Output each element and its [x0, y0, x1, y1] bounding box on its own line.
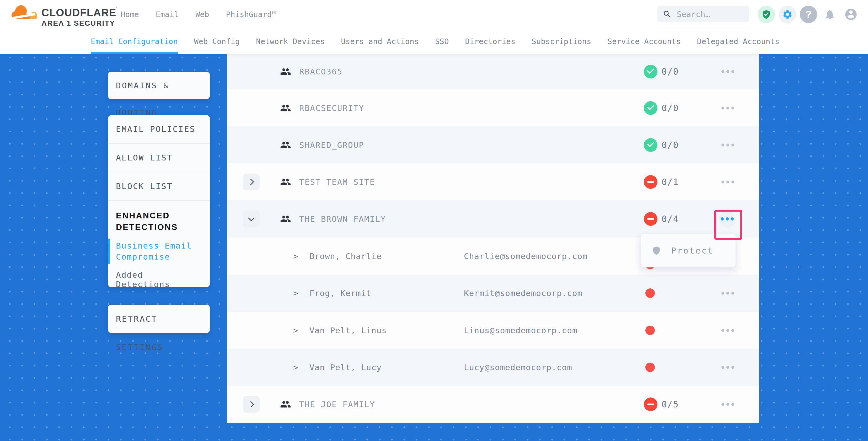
cloudflare-cloud-icon — [10, 3, 40, 22]
sidebar-card-domains-routing[interactable]: DOMAINS & ROUTING — [108, 72, 210, 99]
status-dot — [645, 288, 655, 298]
group-icon — [280, 177, 291, 187]
row-menu-button[interactable] — [721, 292, 734, 295]
search-icon — [663, 10, 672, 19]
settings-button[interactable] — [779, 6, 796, 23]
member-email: Charlie@somedemocorp.com — [464, 251, 588, 261]
member-name: Brown, Charlie — [309, 251, 381, 261]
member-chevron-icon[interactable]: > — [293, 289, 298, 298]
sidebar-item-retract-settings: RETRACT SETTINGS — [108, 305, 210, 361]
check-icon — [647, 67, 654, 74]
search-bar[interactable] — [657, 6, 749, 22]
search-input[interactable] — [676, 9, 738, 19]
nav-web[interactable]: Web — [195, 10, 209, 19]
tab-delegated-accounts[interactable]: Delegated Accounts — [697, 29, 779, 54]
member-email: Kermit@somedemocorp.com — [464, 288, 582, 298]
menu-item-protect[interactable]: Protect — [671, 246, 714, 256]
status-ok-badge — [644, 101, 657, 115]
sidebar-item-business-email-compromise[interactable]: Business Email Compromise — [116, 240, 194, 262]
tab-directories[interactable]: Directories — [465, 29, 515, 54]
logo-subtitle: AREA 1 SECURITY — [41, 19, 118, 28]
group-name: THE BROWN FAMILY — [299, 214, 386, 224]
tab-users-and-actions[interactable]: Users and Actions — [341, 29, 419, 54]
status-alert-badge — [644, 212, 657, 226]
member-chevron-icon[interactable]: > — [293, 251, 298, 261]
member-name: Frog, Kermit — [309, 288, 371, 298]
tab-network-devices[interactable]: Network Devices — [256, 29, 324, 54]
group-icon — [280, 399, 291, 410]
chevron-right-icon — [248, 179, 254, 185]
chevron-down-icon — [248, 215, 254, 221]
table-row-member: >Van Pelt, LinusLinus@somedemocorp.com — [227, 312, 759, 349]
chevron-right-icon — [248, 401, 254, 407]
nav-email[interactable]: Email — [156, 10, 179, 19]
row-menu-button[interactable] — [721, 180, 734, 183]
trademark-mark: ' — [117, 6, 118, 11]
member-chevron-icon[interactable]: > — [293, 363, 298, 372]
group-icon — [280, 102, 291, 114]
bell-icon — [824, 9, 835, 20]
tab-email-configuration[interactable]: Email Configuration — [91, 29, 178, 54]
table-row-member: >Frog, KermitKermit@somedemocorp.com — [227, 275, 759, 312]
group-icon — [280, 213, 291, 224]
shield-icon — [652, 245, 661, 256]
row-menu-button[interactable] — [721, 144, 734, 146]
minus-icon — [647, 181, 654, 183]
protected-count: 0/0 — [662, 140, 679, 150]
sidebar-item-allow-list[interactable]: ALLOW LIST — [108, 144, 210, 172]
group-icon — [280, 66, 291, 77]
tab-sso[interactable]: SSO — [435, 29, 449, 54]
nav-phishguard[interactable]: PhishGuard™ — [226, 10, 276, 19]
account-button[interactable] — [842, 6, 860, 23]
header-nav: Home Email Web PhishGuard™ — [121, 0, 276, 29]
table-row-group: RBACO3650/0 — [227, 54, 759, 89]
sidebar-item-block-list[interactable]: BLOCK LIST — [108, 172, 210, 201]
help-button[interactable]: ? — [800, 6, 817, 23]
sidebar-card-retract-settings[interactable]: RETRACT SETTINGS — [108, 305, 210, 333]
tab-subscriptions[interactable]: Subscriptions — [532, 29, 591, 54]
group-name: SHARED_GROUP — [299, 140, 364, 150]
row-menu-button[interactable] — [721, 106, 734, 109]
protected-count: 0/0 — [662, 103, 679, 113]
status-alert-badge — [644, 398, 657, 411]
protection-status-button[interactable] — [757, 6, 775, 23]
protected-count: 0/4 — [662, 214, 679, 224]
account-icon — [844, 8, 858, 21]
logo-wordmark: CLOUDFLARE' — [41, 6, 118, 19]
minus-icon — [647, 404, 654, 405]
group-name: TEST TEAM SITE — [299, 177, 375, 187]
member-chevron-icon[interactable]: > — [293, 326, 298, 335]
cloudflare-logo: CLOUDFLARE' AREA 1 SECURITY — [10, 2, 105, 27]
row-menu-button[interactable] — [721, 70, 734, 73]
member-name: Van Pelt, Linus — [309, 326, 387, 335]
gear-icon — [782, 9, 793, 20]
group-icon — [280, 139, 291, 151]
enhanced-detections-title: ENHANCED DETECTIONS — [116, 210, 194, 233]
sidebar-item-email-policies[interactable]: EMAIL POLICIES — [108, 115, 210, 144]
table-row-group: SHARED_GROUP0/0 — [227, 126, 759, 163]
row-menu-button[interactable] — [721, 329, 734, 332]
row-menu-button[interactable] — [721, 403, 734, 406]
row-menu-button[interactable] — [721, 366, 734, 369]
sidebar-item-added-detections[interactable]: Added Detections — [116, 270, 203, 289]
group-name: RBACO365 — [299, 67, 342, 76]
sidebar-card-policies: EMAIL POLICIES ALLOW LIST BLOCK LIST ENH… — [108, 115, 210, 287]
status-alert-badge — [644, 175, 657, 189]
group-name: RBACSECURITY — [299, 103, 364, 113]
tab-web-config[interactable]: Web Config — [194, 29, 240, 54]
check-icon — [647, 140, 654, 147]
expand-button[interactable] — [243, 174, 259, 190]
tab-service-accounts[interactable]: Service Accounts — [608, 29, 681, 54]
protected-count: 0/0 — [662, 67, 679, 77]
member-email: Linus@somedemocorp.com — [464, 326, 578, 335]
top-header: CLOUDFLARE' AREA 1 SECURITY Home Email W… — [0, 0, 868, 29]
expand-button[interactable] — [243, 396, 259, 413]
shield-check-icon — [761, 9, 771, 20]
status-ok-badge — [644, 65, 657, 78]
member-name: Van Pelt, Lucy — [309, 363, 381, 372]
expand-button[interactable] — [243, 211, 259, 227]
notifications-button[interactable] — [821, 6, 838, 23]
status-dot — [645, 326, 655, 335]
nav-home[interactable]: Home — [121, 10, 139, 19]
table-row-member: >Van Pelt, LucyLucy@somedemocorp.com — [227, 349, 759, 386]
